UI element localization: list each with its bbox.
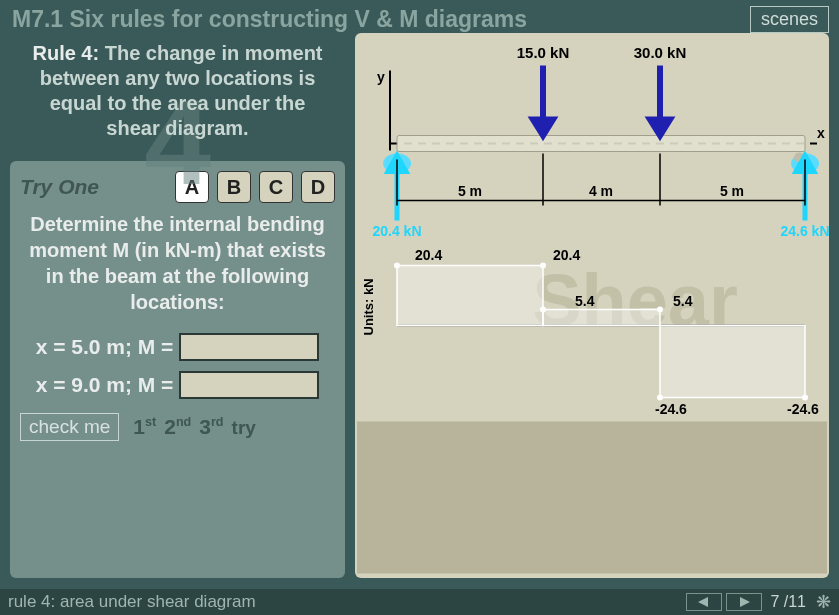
shear-v2: 20.4 (553, 247, 580, 263)
svg-rect-2 (397, 136, 805, 152)
next-button[interactable] (726, 593, 762, 611)
moment-input-1[interactable] (179, 333, 319, 361)
input-label-2: x = 9.0 m; M = (36, 373, 174, 397)
span-2: 4 m (589, 183, 613, 199)
triangle-right-icon (738, 597, 750, 607)
reaction-left-label: 20.4 kN (372, 223, 421, 239)
shear-v6: -24.6 (787, 401, 819, 417)
x-axis-label: x (817, 125, 825, 141)
shear-v1: 20.4 (415, 247, 442, 263)
shear-v3: 5.4 (575, 293, 595, 309)
svg-rect-21 (543, 310, 660, 326)
try-option-c[interactable]: C (259, 171, 293, 203)
page-indicator: 7 /11 (770, 593, 806, 611)
try-one-title: Try One (20, 175, 99, 199)
svg-point-25 (540, 307, 546, 313)
module-title: M7.1 Six rules for constructing V & M di… (12, 6, 527, 33)
diagram-svg: Shear Moment y x 15.0 kN 30.0 kN (355, 33, 829, 578)
gear-icon[interactable]: ❋ (816, 591, 831, 613)
svg-point-23 (394, 263, 400, 269)
try-counter: 1st 2nd 3rd try (133, 415, 256, 439)
svg-marker-29 (698, 597, 708, 607)
svg-marker-5 (533, 120, 553, 136)
footer-rule-text: rule 4: area under shear diagram (8, 592, 684, 612)
try-option-b[interactable]: B (217, 171, 251, 203)
reaction-right-label: 24.6 kN (780, 223, 829, 239)
svg-rect-22 (660, 326, 805, 398)
svg-point-26 (657, 307, 663, 313)
span-3: 5 m (720, 183, 744, 199)
span-1: 5 m (458, 183, 482, 199)
moment-diagram-area (357, 422, 827, 574)
rule-label: Rule 4: (32, 42, 99, 64)
rule-text: Rule 4: The change in moment between any… (30, 41, 325, 141)
load-2-label: 30.0 kN (634, 44, 687, 61)
load-1-label: 15.0 kN (517, 44, 570, 61)
triangle-left-icon (698, 597, 710, 607)
input-label-1: x = 5.0 m; M = (36, 335, 174, 359)
prev-button[interactable] (686, 593, 722, 611)
check-button[interactable]: check me (20, 413, 119, 441)
try-option-d[interactable]: D (301, 171, 335, 203)
try-panel: Try One A B C D Determine the internal b… (10, 161, 345, 578)
svg-rect-20 (397, 266, 543, 326)
shear-v5: -24.6 (655, 401, 687, 417)
svg-marker-7 (650, 120, 670, 136)
diagram-panel: Shear Moment y x 15.0 kN 30.0 kN (355, 33, 829, 578)
svg-marker-30 (740, 597, 750, 607)
moment-input-2[interactable] (179, 371, 319, 399)
scenes-button[interactable]: scenes (750, 6, 829, 33)
shear-v4: 5.4 (673, 293, 693, 309)
y-axis-label: y (377, 69, 385, 85)
svg-point-24 (540, 263, 546, 269)
shear-units-label: Units: kN (361, 278, 376, 335)
question-prompt: Determine the internal bending moment M … (20, 211, 335, 315)
